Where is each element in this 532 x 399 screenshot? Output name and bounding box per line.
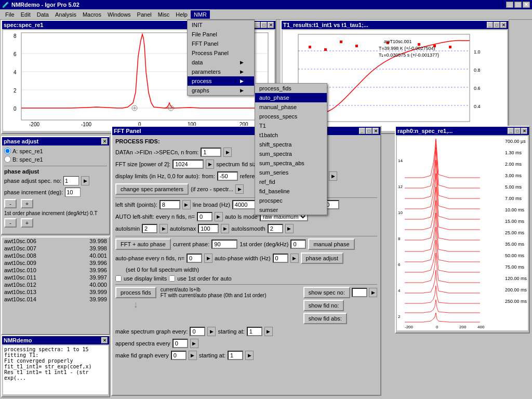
t1-close[interactable]: ✕ [500, 22, 507, 28]
nmr-menu-file-panel[interactable]: File Panel [188, 30, 254, 39]
log-close[interactable]: ✕ [101, 337, 108, 343]
stacked-close[interactable]: ✕ [521, 128, 527, 134]
maximize-btn[interactable]: □ [514, 2, 522, 8]
make-spectrum-arrow[interactable]: ▶ [207, 327, 216, 336]
menu-analysis[interactable]: Analysis [52, 10, 79, 19]
n-from-arrow[interactable]: ▶ [223, 148, 232, 157]
list-item[interactable]: awt10sc.00639.998 [2, 237, 109, 245]
append-input[interactable] [172, 339, 188, 348]
auto-phase-every-input[interactable] [187, 254, 202, 263]
sub-t1batch[interactable]: t1batch [255, 130, 327, 140]
sub-process-specs[interactable]: process_specs [255, 112, 327, 121]
t1-minimize[interactable]: _ [487, 22, 493, 28]
menu-panel[interactable]: Panel [134, 10, 155, 19]
ref-freq-arrow[interactable]: ▶ [329, 171, 337, 181]
n-from-input[interactable] [201, 148, 221, 157]
menu-misc[interactable]: Misc [155, 10, 173, 19]
phase-adjust-btn[interactable]: phase adjust [301, 252, 343, 264]
starting-at-input[interactable] [247, 327, 262, 336]
auto-phase-width-input[interactable] [273, 254, 288, 263]
menu-data[interactable]: Data [34, 10, 52, 19]
show-fid-abs-btn[interactable]: show fid abs: [303, 313, 347, 324]
left-shift-arrow[interactable]: ▶ [182, 200, 191, 209]
list-item[interactable]: awt10sc.00840.001 [2, 252, 109, 259]
autolsmax-arrow[interactable]: ▶ [221, 224, 229, 233]
autolsmax-input[interactable] [198, 224, 219, 233]
radio-a[interactable] [4, 148, 11, 154]
phase-minus-btn[interactable]: - [4, 199, 17, 208]
make-fid-input[interactable] [171, 351, 187, 360]
from-input[interactable] [217, 171, 238, 181]
phase-inc-input[interactable] [65, 188, 81, 197]
first-order-plus-btn[interactable]: + [21, 218, 33, 228]
sub-sum-spectra-abs[interactable]: sum_spectra_abs [255, 158, 327, 168]
append-arrow[interactable]: ▶ [190, 339, 198, 348]
autolsmin-input[interactable] [142, 224, 157, 233]
show-spec-arrow[interactable]: ▶ [369, 288, 377, 297]
auto-left-input[interactable] [197, 212, 212, 221]
auto-left-arrow[interactable]: ▶ [215, 212, 223, 221]
use-display-check[interactable] [115, 275, 122, 282]
sub-fid-baseline[interactable]: fid_baseline [255, 187, 327, 196]
make-fid-arrow[interactable]: ▶ [189, 351, 197, 360]
use-1st-check[interactable] [169, 275, 175, 282]
nmr-menu-process[interactable]: process ▶ [188, 76, 254, 86]
spec-no-input[interactable] [63, 176, 79, 185]
stacked-maximize[interactable]: □ [514, 128, 521, 134]
sub-ref-fid[interactable]: ref_fid [255, 177, 327, 187]
autolssmooth-input[interactable] [268, 224, 283, 233]
sub-process-fids[interactable]: process_fids [255, 84, 327, 93]
nmr-menu-fft-panel[interactable]: FFT Panel [188, 39, 254, 48]
nmr-menu-graphs[interactable]: graphs ▶ [188, 86, 254, 95]
list-item[interactable]: awt10sc.01240.000 [2, 281, 109, 288]
auto-phase-width-arrow[interactable]: ▶ [290, 254, 299, 263]
sub-manual-phase[interactable]: manual_phase [255, 102, 327, 112]
spec-minimize[interactable]: _ [254, 22, 260, 28]
sub-t1[interactable]: T1 [255, 121, 327, 130]
phase-close[interactable]: ✕ [101, 138, 108, 144]
fft-size-arrow[interactable]: ▶ [206, 159, 214, 169]
show-fid-btn[interactable]: show fid no: [303, 300, 344, 311]
first-order-input[interactable] [290, 240, 306, 249]
sub-procspec[interactable]: procspec [255, 196, 327, 205]
list-item[interactable]: awt10sc.00739.998 [2, 245, 109, 252]
spec-no-arrow[interactable]: ▶ [81, 176, 89, 185]
menu-nmr[interactable]: NMR [191, 10, 210, 19]
fft-maximize[interactable]: □ [366, 128, 372, 134]
show-spec-btn[interactable]: show spec no: [303, 287, 350, 298]
menu-edit[interactable]: Edit [18, 10, 34, 19]
radio-b[interactable] [4, 156, 11, 163]
close-btn[interactable]: ✕ [523, 2, 530, 8]
stacked-minimize[interactable]: _ [508, 128, 514, 134]
fft-close[interactable]: ✕ [373, 128, 379, 134]
menu-file[interactable]: File [2, 10, 18, 19]
first-order-minus-btn[interactable]: - [4, 218, 17, 228]
starting-at-arrow[interactable]: ▶ [264, 327, 273, 336]
sub-shift-spectra[interactable]: shift_spectra [255, 140, 327, 149]
fft-size-input[interactable] [172, 159, 204, 169]
show-spec-input[interactable] [352, 288, 367, 297]
menu-help[interactable]: Help [172, 10, 191, 19]
sub-sumser[interactable]: sumser [255, 205, 327, 215]
left-shift-input[interactable] [159, 200, 180, 209]
sub-auto-phase[interactable]: auto_phase [255, 93, 327, 102]
nmr-menu-init[interactable]: INIT [188, 20, 254, 30]
autolssmooth-arrow[interactable]: ▶ [285, 224, 294, 233]
list-item[interactable]: awt10sc.01339.999 [2, 288, 109, 296]
list-item[interactable]: awt10sc.00939.996 [2, 259, 109, 267]
manual-phase-btn[interactable]: manual phase [308, 238, 354, 250]
process-fids-btn[interactable]: process fids [115, 287, 156, 298]
list-item[interactable]: awt10sc.01439.999 [2, 296, 109, 303]
phase-plus-btn[interactable]: + [21, 199, 33, 208]
spec-maximize[interactable]: □ [261, 22, 267, 28]
list-item[interactable]: awt10sc.01139.997 [2, 274, 109, 281]
auto-phase-every-arrow[interactable]: ▶ [204, 254, 212, 263]
list-item[interactable]: awt10sc.01039.996 [2, 267, 109, 274]
change-spec-btn[interactable]: change spec parameters [115, 183, 189, 195]
fft-minimize[interactable]: _ [359, 128, 365, 134]
menu-macros[interactable]: Macros [79, 10, 104, 19]
ref-zero-arrow[interactable]: ▶ [235, 184, 244, 194]
make-spectrum-input[interactable] [190, 327, 205, 336]
sub-sum-series[interactable]: sum_series [255, 168, 327, 177]
spec-close[interactable]: ✕ [268, 22, 274, 28]
